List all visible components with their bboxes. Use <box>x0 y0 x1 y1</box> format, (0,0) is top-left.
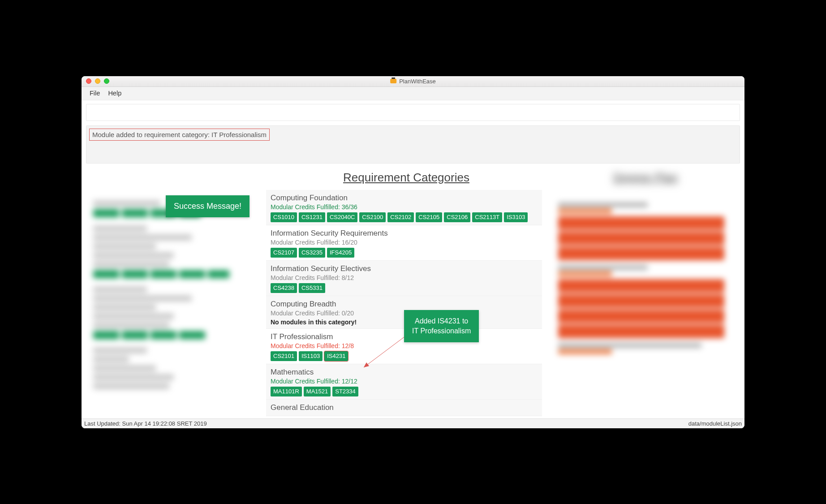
app-icon <box>390 79 396 83</box>
center-panel-title: Requirement Categories <box>266 166 546 190</box>
category-credits: Modular Credits Fulfilled: 8/12 <box>271 274 538 281</box>
module-tag[interactable]: ST2334 <box>332 387 358 396</box>
module-tags: MA1101RMA1521ST2334 <box>271 387 538 396</box>
module-tag[interactable]: IS4231 <box>324 351 348 361</box>
callout-added: Added IS4231 to IT Professionalism <box>404 310 479 343</box>
category-credits: Modular Credits Fulfilled: 16/20 <box>271 239 538 246</box>
module-tags: CS2107CS3235IFS4205 <box>271 248 538 258</box>
center-panel: Requirement Categories Computing Foundat… <box>266 166 546 418</box>
module-tag[interactable]: CS2101 <box>271 351 297 361</box>
category-title: Computing Foundation <box>271 194 538 202</box>
module-tag[interactable]: MA1521 <box>304 387 331 396</box>
callout-success-text: Success Message! <box>174 202 241 211</box>
menu-help[interactable]: Help <box>108 90 121 97</box>
module-tag[interactable]: IS3103 <box>504 212 528 222</box>
menubar: File Help <box>82 87 744 100</box>
menu-file[interactable]: File <box>90 90 100 97</box>
status-bar: Last Updated: Sun Apr 14 19:22:08 SRET 2… <box>82 418 744 428</box>
module-tag[interactable]: CS1231 <box>299 212 325 222</box>
module-tag[interactable]: CS2040C <box>327 212 357 222</box>
status-right: data/moduleList.json <box>688 420 742 427</box>
callout-added-mid: to <box>460 317 468 325</box>
callout-added-module: IS4231 <box>438 317 460 325</box>
callout-added-prefix: Added <box>415 317 438 325</box>
module-tag[interactable]: MA1101R <box>271 387 302 396</box>
minimize-window-button[interactable] <box>95 78 100 84</box>
category-credits: Modular Credits Fulfilled: 36/36 <box>271 203 538 211</box>
module-tag[interactable]: IFS4205 <box>327 248 354 258</box>
right-panel-title: Degree Plan <box>549 171 742 185</box>
category-title: Computing Breadth <box>271 300 538 309</box>
module-tag[interactable]: CS2107 <box>271 248 297 258</box>
module-tag[interactable]: CS2106 <box>444 212 470 222</box>
module-tag[interactable]: CS2102 <box>387 212 414 222</box>
callout-added-target: IT Professionalism <box>412 327 471 335</box>
titlebar: PlanWithEase <box>82 76 744 87</box>
category-title: Information Security Requirements <box>271 229 538 238</box>
module-tag[interactable]: CS3235 <box>299 248 325 258</box>
module-tags: CS4238CS5331 <box>271 283 538 293</box>
category-title: Mathematics <box>271 368 538 377</box>
module-tags: CS1010CS1231CS2040CCS2100CS2102CS2105CS2… <box>271 212 538 222</box>
command-input[interactable] <box>86 104 740 121</box>
module-tag[interactable]: CS1010 <box>271 212 297 222</box>
window-title: PlanWithEase <box>390 78 436 85</box>
close-window-button[interactable] <box>86 78 91 84</box>
right-panel-blurred-content: Degree Plan <box>549 166 742 418</box>
module-tags: CS2101IS1103IS4231 <box>271 351 538 361</box>
callout-success: Success Message! <box>166 195 250 217</box>
category-block: Information Security ElectivesModular Cr… <box>266 261 542 296</box>
module-tag[interactable]: CS4238 <box>271 283 297 293</box>
category-title: Information Security Electives <box>271 264 538 273</box>
module-tag[interactable]: CS2105 <box>416 212 442 222</box>
category-block: Computing FoundationModular Credits Fulf… <box>266 190 542 225</box>
category-credits: Modular Credits Fulfilled: 12/12 <box>271 378 538 385</box>
category-title: General Education <box>271 403 538 412</box>
module-tag[interactable]: CS2113T <box>472 212 502 222</box>
maximize-window-button[interactable] <box>104 78 109 84</box>
message-area: Module added to requirement category: IT… <box>86 125 740 164</box>
app-title-text: PlanWithEase <box>399 78 436 85</box>
window-controls <box>86 78 109 84</box>
category-block: Information Security RequirementsModular… <box>266 225 542 261</box>
category-block: MathematicsModular Credits Fulfilled: 12… <box>266 364 542 400</box>
success-message-text: Module added to requirement category: IT… <box>89 129 270 141</box>
categories-scroll[interactable]: Computing FoundationModular Credits Fulf… <box>266 190 546 418</box>
module-tag[interactable]: IS1103 <box>299 351 323 361</box>
right-panel: Degree Plan <box>549 166 742 418</box>
category-block: General Education <box>266 400 542 416</box>
module-tag[interactable]: CS5331 <box>299 283 325 293</box>
app-window: PlanWithEase File Help Module added to r… <box>82 76 744 428</box>
module-tag[interactable]: CS2100 <box>359 212 386 222</box>
status-left: Last Updated: Sun Apr 14 19:22:08 SRET 2… <box>84 420 207 427</box>
category-credits: Modular Credits Fulfilled: 12/8 <box>271 342 538 349</box>
